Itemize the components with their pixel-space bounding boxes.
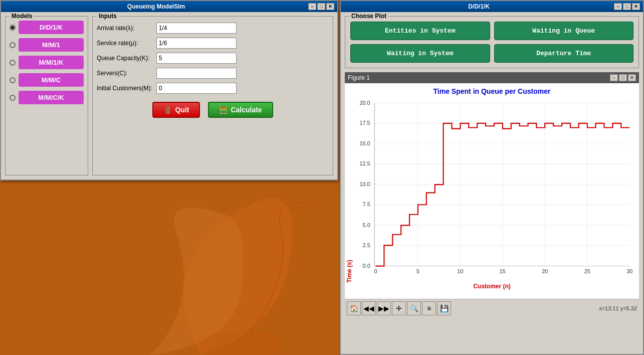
servers-input[interactable] xyxy=(156,68,237,79)
model-radio-2[interactable] xyxy=(10,60,16,66)
chart-inner: 0.0 2.5 5.0 7.5 10.0 12.5 15.0 17.5 xyxy=(353,97,635,283)
close-button[interactable]: ✕ xyxy=(326,3,334,10)
svg-text:12.5: 12.5 xyxy=(360,160,370,166)
right-window-titlebar: D/D/1/K – □ ✕ xyxy=(341,1,643,12)
choose-plot-panel: Choose Plot Entities in System Waiting i… xyxy=(345,16,639,68)
model-btn-1[interactable]: M/M/1 xyxy=(19,38,84,52)
svg-text:0: 0 xyxy=(374,268,377,274)
queue-capacity-label: Queue Capacity(K): xyxy=(97,55,152,62)
toolbar-save-btn[interactable]: 💾 xyxy=(437,301,451,315)
figure-title: Figure 1 xyxy=(348,74,370,81)
model-item-2: M/M/1/K xyxy=(10,56,84,69)
choose-plot-legend: Choose Plot xyxy=(349,13,388,20)
figure-close-btn[interactable]: ✕ xyxy=(628,74,636,81)
toolbar-back-btn[interactable]: ◀◀ xyxy=(362,301,376,315)
model-item-4: M/M/C/K xyxy=(10,91,84,104)
models-panel: Models D/D/1/K M/M/1 M/M/1/K M/M/C M/M/C… xyxy=(5,16,88,175)
minimize-button[interactable]: – xyxy=(308,3,316,10)
queue-capacity-input[interactable] xyxy=(156,53,237,64)
svg-text:25: 25 xyxy=(584,268,590,274)
chart-wrapper: Time Spent in Queue per Customer Time (s… xyxy=(345,83,639,299)
right-window: D/D/1/K – □ ✕ Choose Plot Entities in Sy… xyxy=(340,0,644,355)
plot-btn-departure[interactable]: Departure Time xyxy=(494,44,634,63)
svg-text:17.5: 17.5 xyxy=(360,120,370,126)
toolbar-status: x=13.11 y=5.32 xyxy=(599,305,637,311)
left-window-title: Queueing ModelSim xyxy=(4,3,308,10)
model-btn-3[interactable]: M/M/C xyxy=(19,73,84,87)
left-window-titlebar: Queueing ModelSim – □ ✕ xyxy=(1,1,337,12)
toolbar-home-btn[interactable]: 🏠 xyxy=(347,301,361,315)
svg-text:5: 5 xyxy=(416,268,419,274)
svg-text:7.5: 7.5 xyxy=(363,201,370,207)
svg-text:15.0: 15.0 xyxy=(360,140,370,146)
plot-btn-waiting-queue[interactable]: Waiting in Queue xyxy=(494,22,634,40)
toolbar-buttons: 🏠 ◀◀ ▶▶ ✛ 🔍 ≡ 💾 xyxy=(347,301,451,315)
svg-point-0 xyxy=(200,330,281,355)
svg-text:10: 10 xyxy=(457,268,463,274)
model-item-0: D/D/1/K xyxy=(10,21,84,34)
initial-customers-input[interactable] xyxy=(156,83,237,94)
model-item-1: M/M/1 xyxy=(10,38,84,52)
right-maximize-button[interactable]: □ xyxy=(623,3,631,10)
svg-text:2.5: 2.5 xyxy=(363,242,370,248)
inputs-grid: Arrival rate(λ): Service rate(μ): Queue … xyxy=(97,23,329,94)
model-btn-0[interactable]: D/D/1/K xyxy=(19,21,84,34)
toolbar-zoom-btn[interactable]: 🔍 xyxy=(407,301,421,315)
svg-text:20: 20 xyxy=(542,268,548,274)
right-minimize-button[interactable]: – xyxy=(614,3,622,10)
svg-text:30: 30 xyxy=(626,268,632,274)
model-item-3: M/M/C xyxy=(10,73,84,87)
svg-text:15: 15 xyxy=(500,268,506,274)
calc-label: Calculate xyxy=(231,106,262,114)
svg-text:10.0: 10.0 xyxy=(360,181,370,187)
model-radio-0[interactable] xyxy=(10,25,16,31)
svg-text:5.0: 5.0 xyxy=(363,222,370,228)
toolbar-pan-btn[interactable]: ✛ xyxy=(392,301,406,315)
figure-minimize-btn[interactable]: – xyxy=(610,74,618,81)
service-rate-label: Service rate(μ): xyxy=(97,40,152,47)
inputs-buttons: 🚪 Quit 🧮 Calculate xyxy=(97,102,329,118)
chart-container: Time (s) 0.0 2.5 5.0 7.5 xyxy=(345,97,639,283)
right-close-button[interactable]: ✕ xyxy=(632,3,640,10)
svg-text:20.0: 20.0 xyxy=(360,100,370,106)
plot-btn-entities[interactable]: Entities in System xyxy=(350,22,490,40)
inputs-panel: Inputs Arrival rate(λ): Service rate(μ):… xyxy=(92,16,333,175)
arrival-rate-input[interactable] xyxy=(156,23,237,34)
chart-title: Time Spent in Queue per Customer xyxy=(345,83,639,95)
plot-btn-waiting-system[interactable]: Waiting in System xyxy=(350,44,490,63)
svg-text:0.0: 0.0 xyxy=(363,263,370,269)
figure-toolbar: 🏠 ◀◀ ▶▶ ✛ 🔍 ≡ 💾 x=13.11 y=5.32 xyxy=(345,299,639,317)
quit-label: Quit xyxy=(175,106,189,114)
model-radio-1[interactable] xyxy=(10,42,16,48)
model-radio-3[interactable] xyxy=(10,77,16,83)
y-axis-label: Time (s) xyxy=(345,97,353,283)
servers-label: Servers(C): xyxy=(97,70,152,77)
model-btn-4[interactable]: M/M/C/K xyxy=(19,91,84,104)
left-window-content: Models D/D/1/K M/M/1 M/M/1/K M/M/C M/M/C… xyxy=(1,12,337,180)
plot-buttons-grid: Entities in System Waiting in Queue Wait… xyxy=(350,22,633,63)
arrival-rate-label: Arrival rate(λ): xyxy=(97,25,152,32)
calculate-button[interactable]: 🧮 Calculate xyxy=(208,102,273,118)
figure-controls: – □ ✕ xyxy=(610,74,636,81)
inputs-legend: Inputs xyxy=(97,13,119,20)
model-radio-4[interactable] xyxy=(10,95,16,101)
chart-svg: 0.0 2.5 5.0 7.5 10.0 12.5 15.0 17.5 xyxy=(353,97,635,283)
model-btn-2[interactable]: M/M/1/K xyxy=(19,56,84,69)
service-rate-input[interactable] xyxy=(156,38,237,49)
calc-icon: 🧮 xyxy=(219,106,228,114)
left-window-controls: – □ ✕ xyxy=(308,3,334,10)
right-window-controls: – □ ✕ xyxy=(614,3,640,10)
maximize-button[interactable]: □ xyxy=(317,3,325,10)
x-axis-label: Customer (n) xyxy=(345,283,639,292)
figure-titlebar: Figure 1 – □ ✕ xyxy=(345,72,639,83)
initial-customers-label: Initial Customers(M): xyxy=(97,85,152,92)
figure-maximize-btn[interactable]: □ xyxy=(619,74,627,81)
right-window-title: D/D/1/K xyxy=(344,3,614,10)
models-legend: Models xyxy=(10,13,34,20)
quit-icon: 🚪 xyxy=(163,106,172,114)
quit-button[interactable]: 🚪 Quit xyxy=(152,102,200,118)
toolbar-config-btn[interactable]: ≡ xyxy=(422,301,436,315)
toolbar-forward-btn[interactable]: ▶▶ xyxy=(377,301,391,315)
left-window: Queueing ModelSim – □ ✕ Models D/D/1/K M… xyxy=(0,0,338,181)
